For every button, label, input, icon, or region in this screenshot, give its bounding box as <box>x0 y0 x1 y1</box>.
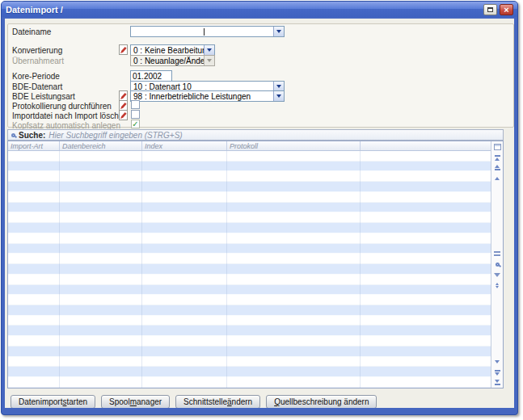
table-row[interactable] <box>8 203 491 213</box>
footer-button-bar: Datenimport starten Spoolmanager Schnitt… <box>11 395 377 408</box>
dateiname-browse-button[interactable] <box>273 27 284 36</box>
table-body <box>8 151 491 388</box>
dateiname-input[interactable] <box>130 26 285 37</box>
table-row[interactable] <box>8 275 491 285</box>
table-row[interactable] <box>8 171 491 182</box>
table-cell <box>8 233 60 244</box>
table-row[interactable] <box>8 326 491 336</box>
table-row[interactable] <box>8 192 491 203</box>
table-row[interactable] <box>8 151 491 162</box>
sort-button[interactable] <box>492 281 503 290</box>
konvertierung-select[interactable]: 0 : Keine Bearbeitung <box>130 44 215 56</box>
bde-datenart-label: BDE-Datenart <box>12 82 62 91</box>
table-row[interactable] <box>8 254 491 264</box>
column-header-blank[interactable] <box>361 141 491 150</box>
table-cell <box>361 305 491 316</box>
protokollierung-checkbox[interactable] <box>131 100 140 109</box>
scroll-last-button[interactable] <box>492 378 503 387</box>
bde-leistungsart-label: BDE Leistungsart <box>12 92 75 101</box>
scroll-pagedown-button[interactable] <box>492 368 503 376</box>
scroll-up-button[interactable] <box>492 174 503 183</box>
bde-leistungsart-select[interactable]: 98 : Innerbetriebliche Leistungen <box>130 90 285 102</box>
table-cell <box>60 316 142 326</box>
import-table: Import-ArtDatenbereichIndexProtokoll <box>7 141 504 388</box>
table-cell <box>8 192 60 203</box>
table-cell <box>361 192 491 203</box>
table-cell <box>361 346 491 357</box>
table-cell <box>8 254 60 264</box>
column-chooser-button[interactable] <box>492 142 503 151</box>
close-button[interactable]: × <box>500 4 513 15</box>
scroll-first-button[interactable] <box>492 153 503 162</box>
table-cell <box>142 346 227 357</box>
window-body: Dateiname Konvertierung 0 : Keine Bearbe… <box>5 19 514 408</box>
table-cell <box>227 254 361 264</box>
titlebar[interactable]: Datenimport / × <box>2 2 517 17</box>
datenimport-starten-button[interactable]: Datenimport starten <box>11 395 95 408</box>
search-label: Suche: <box>19 131 45 140</box>
table-cell <box>227 203 361 213</box>
konvertierung-edit-button[interactable] <box>119 44 128 55</box>
table-cell <box>8 367 60 377</box>
table-cell <box>60 285 142 296</box>
table-side-toolbar <box>491 141 503 388</box>
table-row[interactable] <box>8 336 491 346</box>
table-row[interactable] <box>8 295 491 305</box>
column-header-index[interactable]: Index <box>142 141 227 150</box>
table-cell <box>60 346 142 357</box>
table-cell <box>361 285 491 296</box>
table-row[interactable] <box>8 377 491 388</box>
table-row[interactable] <box>8 367 491 377</box>
spoolmanager-button[interactable]: Spoolmanager <box>101 395 170 408</box>
table-row[interactable] <box>8 305 491 316</box>
importdatei-checkbox[interactable] <box>131 110 140 119</box>
table-cell <box>8 212 60 223</box>
filter-button[interactable] <box>492 271 503 279</box>
table-cell <box>60 254 142 264</box>
table-row[interactable] <box>8 264 491 275</box>
table-row[interactable] <box>8 244 491 254</box>
table-cell <box>8 162 60 172</box>
column-header-protokoll[interactable]: Protokoll <box>227 141 361 150</box>
table-row[interactable] <box>8 357 491 368</box>
table-cell <box>142 151 227 162</box>
table-cell <box>227 233 361 244</box>
table-cell <box>361 233 491 244</box>
table-row[interactable] <box>8 233 491 244</box>
importdatei-edit-button[interactable] <box>119 110 128 120</box>
table-cell <box>142 254 227 264</box>
table-row[interactable] <box>8 316 491 326</box>
table-cell <box>60 295 142 305</box>
table-row[interactable] <box>8 212 491 223</box>
quellbeschreibung-aendern-button[interactable]: Quellbeschreibung ändern <box>266 395 377 408</box>
column-header-import-art[interactable]: Import-Art <box>8 141 60 150</box>
table-row[interactable] <box>8 162 491 172</box>
table-cell <box>227 346 361 357</box>
konvertierung-dropdown-button[interactable] <box>204 45 214 55</box>
table-cell <box>60 244 142 254</box>
table-cell <box>361 326 491 336</box>
table-cell <box>361 295 491 305</box>
table-row[interactable] <box>8 182 491 192</box>
table-header: Import-ArtDatenbereichIndexProtokoll <box>8 141 491 151</box>
bde-leistungsart-dropdown-button[interactable] <box>273 91 284 101</box>
restore-button[interactable] <box>483 4 497 15</box>
table-cell <box>60 203 142 213</box>
table-row[interactable] <box>8 346 491 357</box>
search-bar[interactable]: Suche: Hier Suchbegriff eingeben (STRG+S… <box>7 129 504 141</box>
uebernahmeart-dropdown-button <box>204 56 214 65</box>
table-cell <box>60 151 142 162</box>
kore-periode-input[interactable] <box>130 70 172 82</box>
uebernahmeart-select: 0 : Neuanlage/Änderung <box>130 55 215 66</box>
table-row[interactable] <box>8 285 491 296</box>
table-cell <box>227 264 361 275</box>
schnittstelle-aendern-button[interactable]: Schnittstelle ändern <box>175 395 260 408</box>
list-view-button[interactable] <box>492 250 503 258</box>
table-search-button[interactable] <box>492 260 503 269</box>
scroll-down-button[interactable] <box>492 357 503 366</box>
scroll-pageup-button[interactable] <box>492 163 503 172</box>
table-cell <box>8 203 60 213</box>
column-header-datenbereich[interactable]: Datenbereich <box>60 141 142 150</box>
table-row[interactable] <box>8 223 491 233</box>
arrow-down-icon <box>495 360 500 363</box>
